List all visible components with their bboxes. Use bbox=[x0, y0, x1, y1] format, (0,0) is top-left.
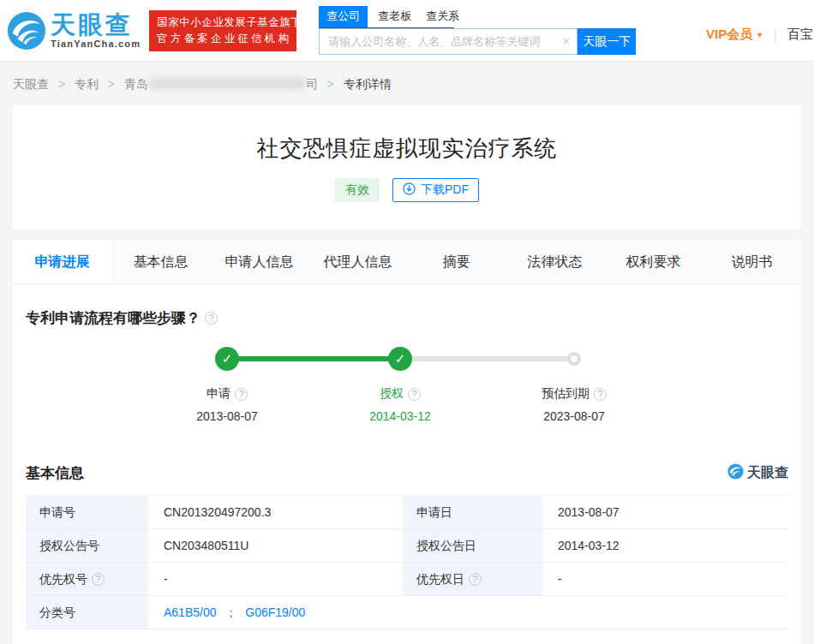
detail-tabs: 申请进展 基本信息 申请人信息 代理人信息 摘要 法律状态 权利要求 说明书 bbox=[13, 240, 801, 284]
priority-date: - bbox=[544, 563, 788, 596]
table-label: 申请号 bbox=[26, 496, 150, 529]
check-circle-icon: ✓ bbox=[215, 347, 239, 371]
classification-link[interactable]: G06F19/00 bbox=[245, 605, 305, 619]
badge-line1: 国家中小企业发展子基金旗下 bbox=[157, 15, 289, 31]
breadcrumb-company[interactable]: 青岛司 bbox=[124, 77, 318, 91]
progress-section-title: 专利申请流程有哪些步骤？ bbox=[26, 308, 201, 328]
pending-ring-icon bbox=[567, 352, 581, 366]
check-circle-icon: ✓ bbox=[388, 347, 412, 371]
tianyancha-watermark: 天眼查 bbox=[727, 463, 788, 483]
tab-applicant-info[interactable]: 申请人信息 bbox=[210, 240, 308, 283]
basic-info-table: 申请号 CN201320497200.3 申请日 2013-08-07 授权公告… bbox=[26, 495, 788, 629]
help-icon[interactable]: ? bbox=[408, 388, 421, 401]
timeline-step-expiry: 预估到期 ? 2023-08-07 bbox=[501, 386, 647, 423]
classification-link[interactable]: A61B5/00 bbox=[164, 605, 217, 619]
search-type-tabs: 查公司 查老板 查关系 bbox=[319, 6, 454, 28]
redacted-company-name bbox=[149, 77, 305, 90]
header-search-area: 查公司 查老板 查关系 × 天眼一下 bbox=[319, 6, 636, 55]
link-separator: ； bbox=[224, 605, 236, 619]
tianyancha-logo[interactable]: 天眼查 TianYanCha.com bbox=[7, 11, 141, 51]
grant-publication-date: 2014-03-12 bbox=[544, 529, 788, 563]
timeline-segment-done bbox=[227, 356, 400, 361]
table-label: 授权公告日 bbox=[403, 529, 544, 563]
basic-info-section-title: 基本信息 bbox=[26, 463, 84, 483]
tab-specification[interactable]: 说明书 bbox=[703, 240, 801, 283]
timeline-segment-pending bbox=[400, 356, 574, 361]
brand-name: 天眼查 bbox=[51, 12, 141, 38]
download-pdf-button[interactable]: 下载PDF bbox=[392, 178, 479, 202]
help-icon[interactable]: ? bbox=[205, 312, 218, 325]
search-tab-boss[interactable]: 查老板 bbox=[378, 6, 411, 27]
help-icon[interactable]: ? bbox=[594, 388, 607, 401]
help-icon[interactable]: ? bbox=[469, 573, 482, 586]
classification-numbers: A61B5/00 ； G06F19/00 bbox=[150, 596, 788, 629]
search-input[interactable] bbox=[319, 28, 578, 55]
search-button[interactable]: 天眼一下 bbox=[578, 28, 636, 55]
search-tab-relation[interactable]: 查关系 bbox=[426, 6, 459, 27]
tab-claims[interactable]: 权利要求 bbox=[604, 240, 703, 283]
tianyancha-swirl-icon bbox=[7, 11, 46, 51]
site-header: 天眼查 TianYanCha.com 国家中小企业发展子基金旗下 官方备案企业征… bbox=[0, 0, 814, 62]
help-icon[interactable]: ? bbox=[235, 388, 248, 401]
badge-line2: 官方备案企业征信机构 bbox=[157, 31, 289, 47]
tab-basic-info[interactable]: 基本信息 bbox=[111, 240, 210, 283]
search-tab-company[interactable]: 查公司 bbox=[319, 6, 368, 27]
table-label: 授权公告号 bbox=[26, 529, 150, 563]
timeline-step-grant: 授权 ? 2014-03-12 bbox=[327, 386, 473, 423]
breadcrumb-current: 专利详情 bbox=[344, 77, 392, 91]
vip-member-link[interactable]: VIP会员 bbox=[706, 27, 752, 43]
application-date: 2013-08-07 bbox=[154, 409, 300, 423]
table-label: 分类号 bbox=[26, 596, 150, 629]
breadcrumb: 天眼查 > 专利 > 青岛司 > 专利详情 bbox=[0, 62, 814, 105]
table-label: 优先权号 ? bbox=[26, 563, 150, 596]
tab-legal-status[interactable]: 法律状态 bbox=[506, 240, 604, 283]
clear-icon[interactable]: × bbox=[562, 33, 570, 48]
header-right: VIP会员 ▼ | 百宝 bbox=[706, 27, 813, 43]
gov-certification-badge: 国家中小企业发展子基金旗下 官方备案企业征信机构 bbox=[149, 10, 296, 51]
caret-down-icon[interactable]: ▼ bbox=[756, 31, 763, 39]
table-label: 优先权日 ? bbox=[403, 563, 544, 596]
breadcrumb-separator: > bbox=[58, 77, 65, 91]
patent-title-card: 社交恐惧症虚拟现实治疗系统 有效 下载PDF bbox=[13, 105, 801, 230]
download-icon bbox=[403, 182, 416, 198]
patent-detail-card: 申请进展 基本信息 申请人信息 代理人信息 摘要 法律状态 权利要求 说明书 专… bbox=[13, 240, 801, 644]
breadcrumb-separator: > bbox=[108, 77, 115, 91]
breadcrumb-separator: > bbox=[327, 77, 334, 91]
patent-title: 社交恐惧症虚拟现实治疗系统 bbox=[13, 134, 801, 164]
breadcrumb-patent-section[interactable]: 专利 bbox=[75, 77, 99, 91]
application-date-value: 2013-08-07 bbox=[544, 496, 788, 529]
estimated-expiry-date: 2023-08-07 bbox=[501, 409, 647, 423]
application-number: CN201320497200.3 bbox=[150, 496, 403, 529]
tab-application-progress[interactable]: 申请进展 bbox=[13, 240, 111, 283]
patent-timeline: ✓ ✓ 申请 ? 2013-08-07 授权 ? 2014-03-12 预估到期 bbox=[26, 347, 788, 443]
tab-abstract[interactable]: 摘要 bbox=[407, 240, 506, 283]
grant-date: 2014-03-12 bbox=[327, 409, 473, 423]
status-badge: 有效 bbox=[335, 178, 380, 202]
table-label: 申请日 bbox=[403, 496, 544, 529]
brand-domain: TianYanCha.com bbox=[51, 39, 141, 49]
watermark-text: 天眼查 bbox=[747, 464, 788, 482]
tianyancha-swirl-icon bbox=[727, 463, 744, 483]
grant-publication-number: CN203480511U bbox=[150, 529, 403, 563]
vertical-divider: | bbox=[774, 28, 777, 42]
breadcrumb-home[interactable]: 天眼查 bbox=[13, 77, 49, 91]
tab-agent-info[interactable]: 代理人信息 bbox=[308, 240, 407, 283]
help-icon[interactable]: ? bbox=[92, 573, 105, 586]
timeline-step-application: 申请 ? 2013-08-07 bbox=[154, 386, 300, 423]
treasure-box-link[interactable]: 百宝 bbox=[787, 27, 813, 43]
priority-number: - bbox=[150, 563, 403, 596]
